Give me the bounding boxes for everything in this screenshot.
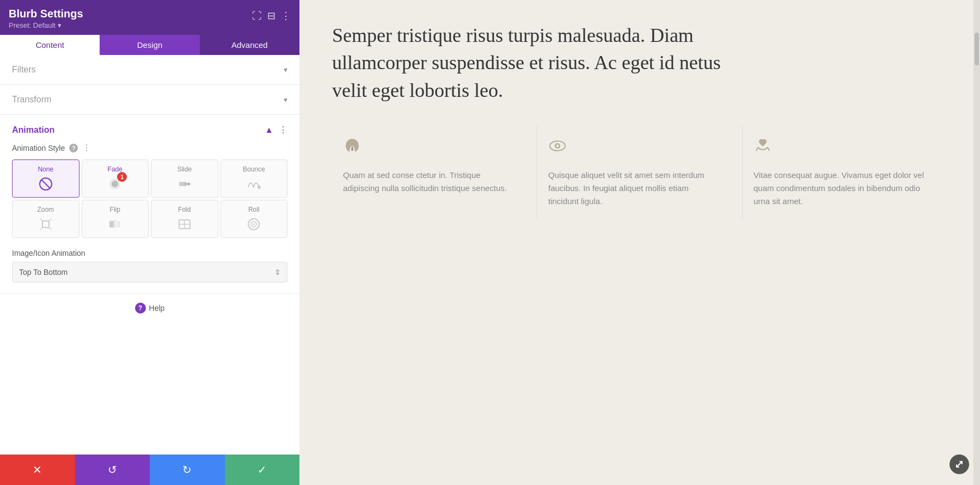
anim-bounce[interactable]: Bounce xyxy=(220,159,288,198)
cancel-icon: ✕ xyxy=(33,463,42,476)
panel-tabs: Content Design Advanced xyxy=(0,35,299,55)
anim-none-label: None xyxy=(38,165,53,173)
anim-none-icon xyxy=(38,176,53,192)
panel-preset[interactable]: Preset: Default ▾ xyxy=(9,21,83,29)
cancel-button[interactable]: ✕ xyxy=(0,455,75,485)
svg-line-25 xyxy=(756,148,758,151)
style-more-icon[interactable]: ⋮ xyxy=(82,143,91,153)
blurb-2-icon xyxy=(548,137,720,159)
anim-fold[interactable]: Fold xyxy=(151,200,218,238)
anim-fade[interactable]: Fade 1 xyxy=(82,159,149,198)
svg-marker-6 xyxy=(188,182,191,186)
svg-line-10 xyxy=(48,219,51,222)
redo-icon: ↻ xyxy=(182,463,192,476)
help-button[interactable]: ? Help xyxy=(135,303,165,314)
anim-slide-icon xyxy=(177,176,192,192)
more-options-icon[interactable]: ⋮ xyxy=(281,10,291,22)
filters-section: Filters ▾ xyxy=(0,55,299,85)
anim-fold-label: Fold xyxy=(178,206,191,213)
tab-advanced[interactable]: Advanced xyxy=(200,35,299,55)
anim-flip-label: Flip xyxy=(110,206,120,213)
anim-slide-label: Slide xyxy=(177,165,192,173)
style-label-text: Animation Style xyxy=(12,144,65,152)
svg-point-3 xyxy=(112,181,118,187)
help-circle-icon: ? xyxy=(135,303,146,314)
animation-grid: None Fade xyxy=(12,159,287,238)
image-icon-select[interactable]: Top To Bottom Bottom To Top Left To Righ… xyxy=(12,262,287,283)
animation-section: Animation ▲ ⋮ Animation Style ? ⋮ None xyxy=(0,115,299,293)
panel-title: Blurb Settings xyxy=(9,8,83,20)
blurb-1-text: Quam at sed conse ctetur in. Tristique a… xyxy=(343,169,515,195)
columns-icon[interactable]: ⊟ xyxy=(267,10,275,22)
anim-zoom-label: Zoom xyxy=(37,206,54,213)
settings-panel: Blurb Settings Preset: Default ▾ ⛶ ⊟ ⋮ C… xyxy=(0,0,299,485)
animation-section-header: Animation ▲ ⋮ xyxy=(12,115,287,143)
save-icon: ✓ xyxy=(258,463,267,476)
anim-roll-label: Roll xyxy=(248,206,260,213)
blurb-2-text: Quisque aliquet velit sit amet sem inter… xyxy=(548,169,720,208)
tab-content[interactable]: Content xyxy=(0,35,100,55)
svg-point-24 xyxy=(556,145,559,148)
blurb-3: Vitae consequat augue. Vivamus eget dolo… xyxy=(743,126,947,219)
help-label: Help xyxy=(149,304,165,312)
svg-point-21 xyxy=(253,224,255,225)
svg-rect-14 xyxy=(116,221,120,228)
image-icon-select-wrapper: Top To Bottom Bottom To Top Left To Righ… xyxy=(12,262,287,283)
anim-fade-badge: 1 xyxy=(117,172,127,182)
reset-button[interactable]: ↺ xyxy=(75,455,150,485)
blurb-3-text: Vitae consequat augue. Vivamus eget dolo… xyxy=(754,169,926,208)
filters-title: Filters xyxy=(12,65,36,75)
svg-rect-8 xyxy=(42,221,49,228)
anim-bounce-label: Bounce xyxy=(243,165,265,173)
animation-title: Animation xyxy=(12,125,54,135)
anim-none[interactable]: None xyxy=(12,159,79,198)
transform-arrow: ▾ xyxy=(284,95,287,105)
collapse-icon[interactable] xyxy=(950,455,969,474)
main-content: Semper tristique risus turpis malesuada.… xyxy=(299,0,980,485)
transform-header[interactable]: Transform ▾ xyxy=(0,85,299,114)
anim-flip[interactable]: Flip xyxy=(82,200,149,238)
transform-section: Transform ▾ xyxy=(0,85,299,115)
svg-line-12 xyxy=(48,227,51,230)
panel-body: Filters ▾ Transform ▾ Animation ▲ ⋮ Anim xyxy=(0,55,299,455)
anim-roll[interactable]: Roll xyxy=(220,200,288,238)
blurb-1-icon xyxy=(343,137,515,159)
blurbs-container: Quam at sed conse ctetur in. Tristique a… xyxy=(332,126,947,219)
save-button[interactable]: ✓ xyxy=(225,455,300,485)
blurb-3-icon xyxy=(754,137,926,159)
svg-line-9 xyxy=(40,219,43,222)
svg-line-11 xyxy=(40,227,43,230)
anim-fold-icon xyxy=(177,217,192,232)
anim-zoom[interactable]: Zoom xyxy=(12,200,79,238)
anim-fade-icon: 1 xyxy=(107,176,122,192)
style-help-icon[interactable]: ? xyxy=(69,144,78,152)
anim-zoom-icon xyxy=(38,217,53,232)
anim-bounce-icon xyxy=(246,176,261,192)
blurb-1: Quam at sed conse ctetur in. Tristique a… xyxy=(332,126,537,219)
panel-header-icons: ⛶ ⊟ ⋮ xyxy=(252,10,291,22)
fullscreen-icon[interactable]: ⛶ xyxy=(252,10,262,22)
panel-header: Blurb Settings Preset: Default ▾ ⛶ ⊟ ⋮ xyxy=(0,0,299,35)
scrollbar-thumb xyxy=(975,33,979,65)
panel-header-left: Blurb Settings Preset: Default ▾ xyxy=(9,8,83,29)
tab-design[interactable]: Design xyxy=(100,35,199,55)
svg-rect-13 xyxy=(109,221,114,228)
anim-roll-icon xyxy=(246,217,261,232)
reset-icon: ↺ xyxy=(108,463,117,476)
filters-arrow: ▾ xyxy=(284,65,287,75)
right-scrollbar[interactable] xyxy=(973,0,980,485)
filters-header[interactable]: Filters ▾ xyxy=(0,55,299,84)
animation-more-icon[interactable]: ⋮ xyxy=(279,125,287,135)
svg-point-7 xyxy=(258,186,261,189)
anim-flip-icon xyxy=(107,217,122,232)
animation-header-icons: ▲ ⋮ xyxy=(265,125,287,135)
anim-slide[interactable]: Slide xyxy=(151,159,218,198)
animation-collapse-icon[interactable]: ▲ xyxy=(265,125,273,135)
panel-footer: ? Help xyxy=(0,293,299,322)
hero-text: Semper tristique risus turpis malesuada.… xyxy=(332,22,746,104)
action-bar: ✕ ↺ ↻ ✓ xyxy=(0,455,299,485)
svg-line-26 xyxy=(768,148,769,151)
blurb-2: Quisque aliquet velit sit amet sem inter… xyxy=(537,126,743,219)
redo-button[interactable]: ↻ xyxy=(150,455,225,485)
style-label-row: Animation Style ? ⋮ xyxy=(12,143,287,153)
